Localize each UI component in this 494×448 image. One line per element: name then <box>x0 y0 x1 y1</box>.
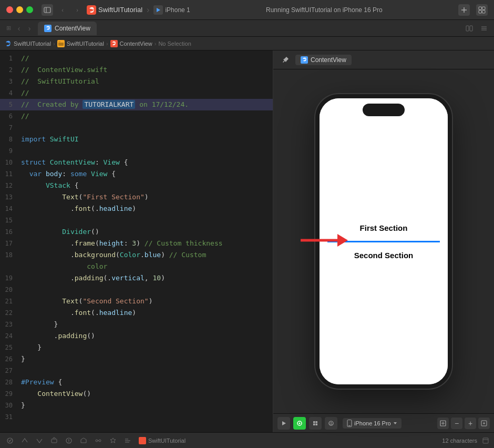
code-line-12: 12 VStack { <box>0 180 273 191</box>
svg-rect-34 <box>52 439 57 443</box>
preview-tab-contentview[interactable]: ContentView <box>295 55 352 65</box>
svg-marker-15 <box>337 234 348 247</box>
char-count: 12 characters <box>442 437 477 444</box>
preview-grid-btn[interactable] <box>309 417 322 430</box>
sidebar-toggle[interactable] <box>42 4 53 16</box>
zoom-in-btn[interactable]: + <box>465 418 476 429</box>
zoom-reset-btn[interactable] <box>478 418 490 429</box>
tab-label: ContentView <box>55 25 90 32</box>
bottom-icon-7[interactable] <box>92 435 104 446</box>
bottom-expand-icon[interactable] <box>481 436 490 445</box>
code-line-15: 15 <box>0 215 273 226</box>
bottom-project-name: SwiftUITutorial <box>148 437 186 444</box>
main-content: 1 // 2 // ContentView.swift 3 // SwiftUI… <box>0 50 494 432</box>
bottom-icon-5[interactable] <box>63 435 75 446</box>
code-line-6: 6 // <box>0 110 273 122</box>
close-button[interactable] <box>6 6 13 13</box>
bottom-icon-3[interactable] <box>34 435 45 446</box>
tab-bar-right <box>464 23 490 34</box>
code-line-13: 13 Text("First Section") <box>0 191 273 203</box>
bottom-icon-1[interactable] <box>4 435 16 446</box>
code-line-14: 14 .font(.headline) <box>0 203 273 215</box>
code-line-16: 16 Divider() <box>0 226 273 238</box>
bottom-icon-6[interactable] <box>78 435 89 446</box>
svg-rect-21 <box>313 423 315 425</box>
breadcrumb-file[interactable]: ContentView <box>120 40 152 47</box>
preview-toolbar: ContentView <box>273 50 494 69</box>
code-line-24: 24 .padding() <box>0 330 273 342</box>
nav-forward-button[interactable]: › <box>72 5 83 15</box>
bottom-icon-8[interactable] <box>107 435 119 446</box>
minimize-button[interactable] <box>16 6 23 13</box>
svg-rect-9 <box>466 26 469 31</box>
code-line-7: 7 <box>0 122 273 134</box>
code-line-9: 9 <box>0 145 273 157</box>
svg-point-18 <box>299 422 301 424</box>
bottom-icon-2[interactable] <box>19 435 30 446</box>
svg-rect-7 <box>479 10 482 13</box>
chevron-down-icon <box>393 421 397 425</box>
breadcrumb: SwiftUITutorial › SwiftUITutorial › Cont… <box>0 37 494 50</box>
breadcrumb-sep3: › <box>155 40 157 47</box>
svg-rect-22 <box>316 423 318 425</box>
code-line-31: 31 <box>0 411 273 423</box>
scheme-name: iPhone 1 <box>165 6 190 14</box>
svg-rect-6 <box>482 7 486 10</box>
device-selector[interactable]: iPhone 16 Pro <box>343 418 402 429</box>
svg-point-39 <box>99 440 101 442</box>
breadcrumb-project[interactable]: SwiftUITutorial <box>14 40 51 47</box>
swift-icon <box>87 5 96 15</box>
split-view-icon[interactable] <box>464 23 475 34</box>
code-line-22: 22 .font(.headline) <box>0 307 273 319</box>
svg-marker-16 <box>282 421 286 425</box>
nav-back-button[interactable]: ‹ <box>57 5 68 15</box>
add-button[interactable] <box>458 4 470 16</box>
scheme-selector[interactable]: iPhone 1 <box>153 5 190 15</box>
code-line-3: 3 // SwiftUITutorial <box>0 76 273 87</box>
code-line-17: 17 .frame(height: 3) // Custom thickness <box>0 238 273 249</box>
code-line-19: 19 .padding(.vertical, 10) <box>0 272 273 284</box>
traffic-lights <box>6 6 33 13</box>
bottom-bar-right: 12 characters <box>442 436 490 445</box>
bottom-bar: SwiftUITutorial 12 characters <box>0 432 494 448</box>
fullscreen-button[interactable] <box>26 6 33 13</box>
breadcrumb-sep1: › <box>53 40 55 47</box>
arrow-indicator <box>301 230 348 253</box>
project-name: SwiftUITutorial <box>98 6 142 14</box>
tab-contentview[interactable]: ContentView <box>38 22 97 35</box>
svg-rect-10 <box>470 26 472 31</box>
bottom-icon-4[interactable] <box>48 435 60 446</box>
running-status: Running SwiftUITutorial on iPhone 16 Pro <box>194 6 454 14</box>
zoom-controls: − + <box>437 418 490 429</box>
code-line-1: 1 // <box>0 53 273 64</box>
tab-back-icon[interactable]: ‹ <box>15 24 23 33</box>
breadcrumb-icon <box>4 40 12 47</box>
bottom-icon-9[interactable] <box>122 435 133 446</box>
preview-live-btn[interactable] <box>293 417 306 430</box>
code-line-20: 20 <box>0 284 273 296</box>
code-editor[interactable]: 1 // 2 // ContentView.swift 3 // SwiftUI… <box>0 50 273 432</box>
folder-icon <box>57 40 65 47</box>
code-line-4: 4 // <box>0 87 273 99</box>
tab-forward-icon[interactable]: › <box>25 24 34 33</box>
list-view-icon[interactable] <box>478 23 490 34</box>
svg-rect-5 <box>479 7 482 10</box>
breadcrumb-sep2: › <box>106 40 108 47</box>
svg-marker-2 <box>157 8 160 12</box>
code-line-2: 2 // ContentView.swift <box>0 64 273 76</box>
code-line-25: 25 } <box>0 342 273 353</box>
preview-play-btn[interactable] <box>277 417 290 430</box>
grid-icon[interactable]: ⊞ <box>4 24 13 33</box>
code-lines: 1 // 2 // ContentView.swift 3 // SwiftUI… <box>0 50 273 425</box>
preview-inspect-btn[interactable] <box>325 417 337 430</box>
scheme-icon <box>153 5 163 15</box>
zoom-out-btn[interactable]: − <box>451 418 462 429</box>
title-separator: › <box>147 5 149 15</box>
window-controls[interactable] <box>476 4 488 16</box>
code-line-26: 26 } <box>0 353 273 365</box>
breadcrumb-selection: No Selection <box>158 40 191 47</box>
zoom-fit-btn[interactable] <box>437 418 449 429</box>
breadcrumb-folder[interactable]: SwiftUITutorial <box>67 40 104 47</box>
pin-button[interactable] <box>280 54 291 66</box>
code-line-5: 5 // Created by TUTORIALKART on 17/12/24… <box>0 99 273 110</box>
